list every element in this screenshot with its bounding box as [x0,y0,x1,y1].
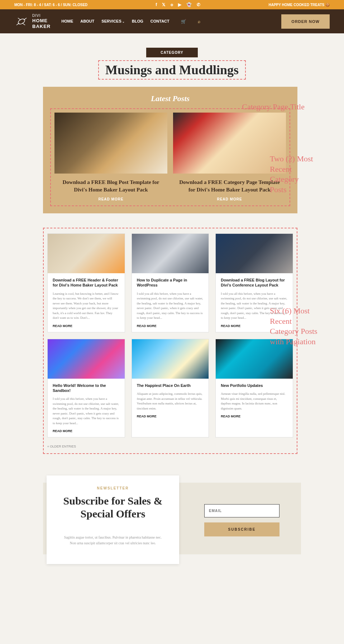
latest-post-card[interactable]: Download a FREE Blog Post Template for D… [54,113,167,202]
svg-line-3 [18,18,21,20]
post-title: Download a FREE Blog Layout for Divi's C… [221,278,288,288]
logo-line1: DIVI [32,14,51,18]
post-card[interactable]: New Portfolio UpdatesAenean vitae fringi… [215,339,293,438]
subscribe-button[interactable]: SUBSCRIBE [204,522,280,536]
post-title: The Happiest Place On Earth [137,383,204,388]
read-more-link[interactable]: READ MORE [53,429,120,433]
social-icons: f 𝕏 ⌾ ▶ 👻 ✆ [156,2,200,7]
newsletter-label: NEWSLETTER [61,486,165,490]
post-card[interactable]: Download a FREE Header & Footer for Divi… [47,233,125,332]
navbar: DIVI HOME BAKER HOME ABOUT SERVICES BLOG… [0,9,344,33]
post-excerpt: I told you all this before, when you hav… [137,292,204,321]
email-field[interactable] [204,504,280,517]
post-excerpt: Learning is cool, but knowing is better,… [53,292,120,321]
post-title: Download a FREE Blog Post Template for D… [54,179,167,194]
facebook-icon[interactable]: f [156,2,157,7]
post-card[interactable]: The Happiest Place On EarthAliquam ut ju… [132,339,209,438]
instagram-icon[interactable]: ⌾ [171,2,173,7]
twitter-icon[interactable]: 𝕏 [162,2,166,7]
logo[interactable]: DIVI HOME BAKER [14,14,51,29]
post-image [48,234,125,273]
nav-home[interactable]: HOME [61,19,73,24]
newsletter-box: NEWSLETTER Subscribe for Sales & Special… [47,475,179,564]
read-more-link[interactable]: READ MORE [217,197,242,201]
nav-links: HOME ABOUT SERVICES BLOG CONTACT 🛒 ⌕ [61,19,200,24]
latest-posts-grid: Download a FREE Blog Post Template for D… [50,108,290,206]
post-image [54,113,167,174]
order-now-button[interactable]: ORDER NOW [281,14,330,29]
read-more-link[interactable]: READ MORE [53,324,120,328]
newsletter-form: SUBSCRIBE [204,501,280,536]
annotation-two-posts: Two (2) Most Recent Category Posts [270,154,317,195]
newsletter-title: Subscribe for Sales & Special Offers [61,494,165,520]
announce-text: HAPPY HOME COOKED TREATS 🍪 [268,3,330,7]
logo-line2: HOME [32,18,51,24]
youtube-icon[interactable]: ▶ [178,2,181,7]
post-image [173,113,286,174]
read-more-link[interactable]: READ MORE [137,324,204,328]
post-image [132,234,209,273]
read-more-link[interactable]: READ MORE [221,415,288,418]
posts-grid-wrap: Download a FREE Header & Footer for Divi… [43,228,297,454]
hours-text: MON - FRI: 8 - 4 / SAT: 6 - 6 / SUN: CLO… [14,3,87,7]
post-title: New Portfolio Updates [221,383,288,388]
posts-grid: Download a FREE Header & Footer for Divi… [47,233,293,437]
whatsapp-icon[interactable]: ✆ [197,2,200,7]
category-label: CATEGORY [146,48,198,57]
page-content: CATEGORY Musings and Muddlings Category … [0,33,344,605]
annotation-six-posts: Six (6) Most Recent Category Posts with … [270,306,321,347]
post-title: How to Duplicate a Page in WordPress [137,278,204,288]
search-icon[interactable]: ⌕ [198,19,200,24]
post-excerpt: Aliquam ut justo adipiscing, commodo lec… [137,392,204,411]
post-image [48,339,125,379]
newsletter-section: NEWSLETTER Subscribe for Sales & Special… [43,483,301,554]
newsletter-desc: Sagittis augue tortor, ut faucibus. Pulv… [61,535,165,546]
older-entries-link[interactable]: « OLDER ENTRIES [47,445,293,448]
top-bar: MON - FRI: 8 - 4 / SAT: 6 - 6 / SUN: CLO… [0,0,344,9]
latest-post-card[interactable]: Download a FREE Category Page Template f… [173,113,286,202]
logo-line3: BAKER [32,24,51,29]
svg-point-0 [17,18,25,25]
read-more-link[interactable]: READ MORE [137,415,204,418]
svg-line-4 [22,23,25,25]
nav-contact[interactable]: CONTACT [150,19,169,24]
post-card[interactable]: How to Duplicate a Page in WordPressI to… [132,233,209,332]
post-excerpt: Aenean vitae fringilla nulla, sed pellen… [221,392,288,411]
cart-icon[interactable]: 🛒 [181,19,186,24]
nav-services[interactable]: SERVICES [101,19,125,24]
read-more-link[interactable]: READ MORE [98,197,123,201]
post-title: Download a FREE Category Page Template f… [173,179,286,194]
annotation-title: Category Page Title [242,102,305,112]
post-excerpt: I told you all this before, when you hav… [53,397,120,426]
nav-blog[interactable]: BLOG [132,19,143,24]
post-card[interactable]: Hello World! Welcome to the Sandbox!I to… [47,339,125,438]
post-image [132,339,209,379]
post-title: Download a FREE Header & Footer for Divi… [53,278,120,288]
rolling-pin-icon [14,14,29,29]
post-image [216,234,293,273]
post-title: Hello World! Welcome to the Sandbox! [53,383,120,393]
snapchat-icon[interactable]: 👻 [186,2,192,7]
nav-about[interactable]: ABOUT [80,19,94,24]
page-title: Musings and Muddlings [98,60,246,80]
